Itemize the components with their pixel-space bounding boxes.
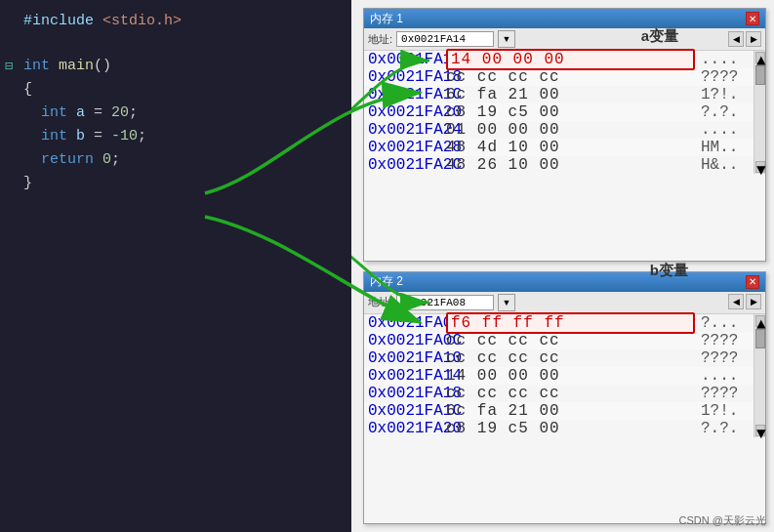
memory-2-title: 内存 2 bbox=[370, 273, 403, 290]
memory-1-title: 内存 1 bbox=[370, 11, 403, 27]
memory-1-row-1: 0x0021FA18 cc cc cc cc ???? bbox=[364, 68, 754, 86]
mem-addr-2: 0x0021FA1C bbox=[368, 86, 446, 103]
memory-1-row-0: 0x0021FA14 14 00 00 00 .... bbox=[364, 51, 754, 68]
memory-2-address-bar: 地址: ▼ ◀ ▶ bbox=[364, 292, 765, 314]
mem-2-addr-3: 0x0021FA14 bbox=[368, 367, 446, 385]
brace-open: { bbox=[23, 79, 32, 101]
label-a-var: a变量 bbox=[641, 27, 678, 46]
code-line-int-b: int b = -10; bbox=[0, 125, 351, 148]
kw-int-main: int bbox=[23, 58, 50, 74]
mem-2-ascii-3: .... bbox=[701, 367, 750, 385]
mem-ascii-0: .... bbox=[701, 51, 750, 68]
code-line-blank bbox=[0, 33, 351, 55]
memory-1-row-2: 0x0021FA1C 6c fa 21 00 1?!. bbox=[364, 86, 754, 103]
scroll-2-down-arrow[interactable]: ▼ bbox=[755, 425, 765, 436]
mem-2-ascii-2: ???? bbox=[701, 349, 750, 367]
memory-1-addr-label: 地址: bbox=[368, 32, 392, 47]
code-b-content: int b = -10; bbox=[23, 126, 146, 147]
mem-bytes-2: 6c fa 21 00 bbox=[446, 86, 695, 103]
memory-titlebar-2: 内存 2 ✕ bbox=[364, 272, 765, 292]
mem-2-bytes-2: cc cc cc cc bbox=[446, 349, 695, 367]
code-line-1: #include <stdio.h> bbox=[0, 10, 351, 33]
mem-addr-1: 0x0021FA18 bbox=[368, 68, 446, 86]
mem-bytes-0: 14 00 00 00 bbox=[446, 49, 695, 70]
memory-window-1: 内存 1 ✕ 地址: ▼ ◀ ▶ 0x0021FA14 14 00 00 00 bbox=[363, 8, 766, 262]
code-line-brace-open: { bbox=[0, 78, 351, 102]
mem-2-ascii-1: ???? bbox=[701, 332, 750, 349]
mem-ascii-4: .... bbox=[701, 121, 750, 139]
brace-close: } bbox=[23, 173, 32, 194]
memory-2-row-5: 0x0021FA1C 6c fa 21 00 1?!. bbox=[364, 402, 754, 420]
mem-2-ascii-0: ?... bbox=[701, 314, 750, 332]
mem-2-addr-2: 0x0021FA10 bbox=[368, 349, 446, 367]
memory-2-close-btn[interactable]: ✕ bbox=[746, 275, 759, 289]
memory-2-next-btn[interactable]: ▶ bbox=[746, 294, 761, 309]
mem-addr-5: 0x0021FA28 bbox=[368, 139, 446, 156]
memory-1-dropdown-btn[interactable]: ▼ bbox=[498, 30, 515, 48]
mem-ascii-3: ?.?. bbox=[701, 103, 750, 121]
mem-ascii-2: 1?!. bbox=[701, 86, 750, 103]
memory-2-row-2: 0x0021FA10 cc cc cc cc ???? bbox=[364, 349, 754, 367]
memory-2-dropdown-btn[interactable]: ▼ bbox=[498, 294, 515, 311]
memory-2-addr-label: 地址: bbox=[368, 295, 392, 309]
memory-1-next-btn[interactable]: ▶ bbox=[746, 31, 761, 47]
code-line-1-content: #include <stdio.h> bbox=[23, 11, 182, 32]
mem-2-addr-0: 0x0021FA08 bbox=[368, 314, 446, 332]
memory-1-row-6: 0x0021FA2C 48 26 10 00 H&.. bbox=[364, 156, 754, 174]
memory-window-2: 内存 2 ✕ 地址: ▼ ◀ ▶ 0x0021FA08 f6 ff ff ff bbox=[363, 271, 766, 525]
memory-2-row-1: 0x0021FA0C cc cc cc cc ???? bbox=[364, 332, 754, 349]
mem-2-bytes-5: 6c fa 21 00 bbox=[446, 402, 695, 420]
memory-2-row-6: 0x0021FA20 c8 19 c5 00 ?.?. bbox=[364, 420, 754, 437]
mem-2-bytes-4: cc cc cc cc bbox=[446, 385, 695, 402]
memory-1-address-bar: 地址: ▼ ◀ ▶ bbox=[364, 28, 765, 51]
code-line-return: return 0; bbox=[0, 148, 351, 172]
mem-2-bytes-3: 14 00 00 00 bbox=[446, 367, 695, 385]
mem-2-ascii-5: 1?!. bbox=[701, 402, 750, 420]
memory-2-content-area: 0x0021FA08 f6 ff ff ff ?... 0x0021FA0C c… bbox=[364, 314, 765, 437]
code-line-3-content: int main() bbox=[23, 56, 111, 77]
preprocessor-keyword: #include bbox=[23, 13, 94, 29]
memory-1-row-5: 0x0021FA28 48 4d 10 00 HM.. bbox=[364, 139, 754, 156]
memory-2-prev-btn[interactable]: ◀ bbox=[728, 294, 744, 309]
scroll-2-up-arrow[interactable]: ▲ bbox=[755, 315, 765, 327]
mem-2-addr-1: 0x0021FA0C bbox=[368, 332, 446, 349]
code-a-content: int a = 20; bbox=[23, 102, 138, 124]
memory-2-rows: 0x0021FA08 f6 ff ff ff ?... 0x0021FA0C c… bbox=[364, 314, 754, 437]
mem-ascii-5: HM.. bbox=[701, 139, 750, 156]
watermark: CSDN @天影云光 bbox=[679, 513, 766, 528]
memory-1-address-input[interactable] bbox=[396, 31, 494, 47]
scroll-down-arrow[interactable]: ▼ bbox=[755, 161, 765, 173]
main-container: #include <stdio.h> ⊟ int main() { int a … bbox=[0, 0, 774, 532]
memory-1-rows: 0x0021FA14 14 00 00 00 .... 0x0021FA18 c… bbox=[364, 51, 754, 174]
mem-2-addr-6: 0x0021FA20 bbox=[368, 420, 446, 437]
mem-ascii-1: ???? bbox=[701, 68, 750, 86]
memory-1-content-area: 0x0021FA14 14 00 00 00 .... 0x0021FA18 c… bbox=[364, 51, 765, 174]
scroll-thumb-1[interactable] bbox=[755, 65, 765, 85]
memory-2-row-3: 0x0021FA14 14 00 00 00 .... bbox=[364, 367, 754, 385]
label-b-var: b变量 bbox=[650, 262, 688, 280]
mem-addr-0: 0x0021FA14 bbox=[368, 51, 446, 68]
scroll-thumb-2[interactable] bbox=[755, 329, 765, 348]
mem-bytes-4: 01 00 00 00 bbox=[446, 121, 695, 139]
memory-1-close-btn[interactable]: ✕ bbox=[746, 12, 759, 25]
memory-2-row-0: 0x0021FA08 f6 ff ff ff ?... bbox=[364, 314, 754, 332]
mem-2-bytes-0: f6 ff ff ff bbox=[446, 312, 695, 334]
code-line-3: ⊟ int main() bbox=[0, 55, 351, 78]
scroll-up-arrow[interactable]: ▲ bbox=[755, 52, 765, 63]
code-line-brace-close: } bbox=[0, 172, 351, 195]
line-gutter-3: ⊟ bbox=[0, 56, 18, 77]
mem-addr-3: 0x0021FA20 bbox=[368, 103, 446, 121]
include-string: <stdio.h> bbox=[102, 13, 182, 29]
mem-2-bytes-1: cc cc cc cc bbox=[446, 332, 695, 349]
memory-1-prev-btn[interactable]: ◀ bbox=[728, 31, 744, 47]
mem-addr-6: 0x0021FA2C bbox=[368, 156, 446, 174]
mem-2-addr-5: 0x0021FA1C bbox=[368, 402, 446, 420]
memory-2-address-input[interactable] bbox=[396, 295, 494, 310]
code-line-int-a: int a = 20; bbox=[0, 102, 351, 125]
main-parens: () bbox=[94, 58, 111, 74]
fn-main: main bbox=[59, 58, 94, 74]
memory-2-scrollbar[interactable]: ▲ ▼ bbox=[754, 314, 765, 437]
memory-1-scrollbar[interactable]: ▲ ▼ bbox=[754, 51, 765, 174]
code-return-content: return 0; bbox=[23, 149, 120, 171]
mem-2-ascii-6: ?.?. bbox=[701, 420, 750, 437]
